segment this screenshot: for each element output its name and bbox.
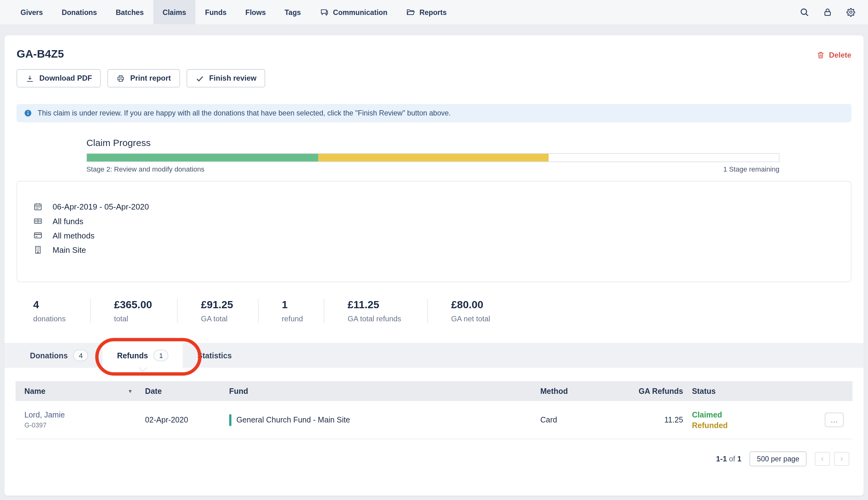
delete-button[interactable]: Delete [817, 51, 852, 59]
claim-progress-section: Claim Progress Stage 2: Review and modif… [86, 138, 780, 173]
nav-label: Givers [21, 8, 43, 16]
nav-label: Donations [62, 8, 97, 16]
download-pdf-button[interactable]: Download PDF [16, 69, 101, 88]
column-header-method: Method [534, 387, 622, 395]
criteria-date-range: 06-Apr-2019 - 05-Apr-2020 [33, 200, 851, 214]
nav-label: Flows [245, 8, 266, 16]
table-row: Lord, Jamie G-0397 02-Apr-2020 General C… [15, 401, 853, 439]
stat-label: total [114, 315, 177, 323]
status-badge-refunded: Refunded [692, 421, 816, 429]
nav-item-batches[interactable]: Batches [106, 0, 153, 24]
nav-label: Batches [115, 8, 144, 16]
cell-ga-refunds: 11.25 [622, 415, 683, 424]
row-menu-button[interactable]: … [825, 412, 843, 427]
column-header-date: Date [137, 387, 224, 395]
download-pdf-label: Download PDF [39, 74, 92, 82]
column-header-name[interactable]: Name ▾ [15, 387, 137, 395]
criteria-site-label: Main Site [53, 246, 86, 254]
stat-value: 1 [282, 298, 324, 311]
lock-icon[interactable] [818, 3, 837, 22]
stat-value: £11.25 [348, 298, 427, 311]
sort-dropdown-icon[interactable]: ▾ [129, 388, 137, 395]
nav-item-donations[interactable]: Donations [52, 0, 106, 24]
claim-progress-bar [86, 153, 780, 162]
table-header-row: Name ▾ Date Fund Method GA Refunds Statu… [15, 381, 853, 401]
stat-value: 4 [33, 298, 90, 311]
nav-item-tags[interactable]: Tags [275, 0, 310, 24]
nav-label: Reports [419, 8, 446, 16]
claim-detail-card: GA-B4Z5 Delete Download PDF Print report… [4, 35, 864, 496]
top-nav: Givers Donations Batches Claims Funds Fl… [0, 0, 868, 24]
nav-label: Communication [333, 8, 388, 16]
claim-progress-title: Claim Progress [86, 138, 780, 149]
nav-label: Funds [205, 8, 226, 16]
column-header-fund: Fund [224, 387, 534, 395]
stat-value: £365.00 [114, 298, 177, 311]
settings-icon[interactable] [842, 3, 860, 22]
stat-value: £91.25 [201, 298, 258, 311]
search-icon[interactable] [795, 3, 813, 22]
criteria-methods: All methods [33, 228, 851, 243]
chat-icon [320, 8, 329, 16]
tab-donations[interactable]: Donations 4 [15, 343, 103, 368]
nav-item-funds[interactable]: Funds [196, 0, 236, 24]
per-page-button[interactable]: 500 per page [749, 452, 806, 466]
nav-item-reports[interactable]: Reports [397, 0, 456, 24]
cell-actions: … [816, 412, 853, 427]
tab-statistics[interactable]: Statistics [183, 343, 246, 368]
tab-label: Statistics [197, 351, 232, 360]
progress-labels: Stage 2: Review and modify donations 1 S… [86, 165, 780, 173]
page-title: GA-B4Z5 [16, 48, 64, 60]
next-page-button[interactable]: › [834, 452, 849, 466]
app-viewport: Givers Donations Batches Claims Funds Fl… [0, 0, 868, 500]
nav-item-claims[interactable]: Claims [153, 0, 196, 24]
info-icon [24, 109, 32, 117]
print-report-button[interactable]: Print report [108, 69, 180, 88]
fund-name: General Church Fund - Main Site [236, 415, 350, 424]
column-header-status: Status [683, 387, 816, 395]
tab-refunds[interactable]: Refunds 1 [103, 343, 183, 368]
pagination-total: 1 [737, 455, 741, 463]
criteria-date-range-label: 06-Apr-2019 - 05-Apr-2020 [53, 202, 149, 211]
giver-name-link[interactable]: Lord, Jamie [24, 410, 65, 419]
cell-name: Lord, Jamie G-0397 [15, 410, 137, 429]
column-header-label: Name [24, 387, 45, 395]
tab-label: Refunds [117, 351, 148, 360]
funds-icon [33, 216, 43, 226]
pagination-of-label: of [729, 455, 735, 463]
banner-text: This claim is under review. If you are h… [38, 109, 451, 117]
prev-page-button[interactable]: ‹ [815, 452, 830, 466]
toolbar: Download PDF Print report Finish review [4, 60, 864, 88]
nav-item-communication[interactable]: Communication [310, 0, 397, 24]
cell-status: Claimed Refunded [683, 410, 816, 429]
criteria-methods-label: All methods [53, 231, 95, 240]
card-header: GA-B4Z5 Delete [4, 35, 864, 60]
cell-method: Card [534, 415, 622, 424]
nav-item-givers[interactable]: Givers [11, 0, 52, 24]
giver-id: G-0397 [24, 422, 65, 429]
nav-right [795, 0, 860, 24]
trash-icon [817, 51, 825, 59]
progress-segment-current [318, 154, 549, 162]
pager-buttons: ‹ › [815, 452, 849, 466]
check-icon [195, 74, 204, 82]
nav-item-flows[interactable]: Flows [236, 0, 275, 24]
pagination: 1-1 of 1 500 per page ‹ › [4, 452, 864, 466]
cell-date: 02-Apr-2020 [137, 415, 224, 424]
stat-refund: 1 refund [258, 298, 324, 323]
progress-segment-complete [87, 154, 318, 162]
criteria-funds-label: All funds [53, 217, 84, 226]
finish-review-button[interactable]: Finish review [186, 69, 265, 88]
stats-row: 4 donations £365.00 total £91.25 GA tota… [4, 290, 864, 333]
download-icon [25, 74, 34, 82]
pagination-range-current: 1-1 [716, 455, 727, 463]
claim-criteria-box: 06-Apr-2019 - 05-Apr-2020 All funds All … [16, 181, 851, 282]
nav-label: Claims [163, 8, 186, 16]
nav-label: Tags [285, 8, 301, 16]
print-report-label: Print report [130, 74, 171, 82]
tab-label: Donations [30, 351, 68, 360]
stat-label: GA total refunds [348, 315, 427, 323]
criteria-site: Main Site [33, 243, 851, 257]
stat-ga-total-refunds: £11.25 GA total refunds [324, 298, 427, 323]
review-info-banner: This claim is under review. If you are h… [16, 104, 851, 122]
